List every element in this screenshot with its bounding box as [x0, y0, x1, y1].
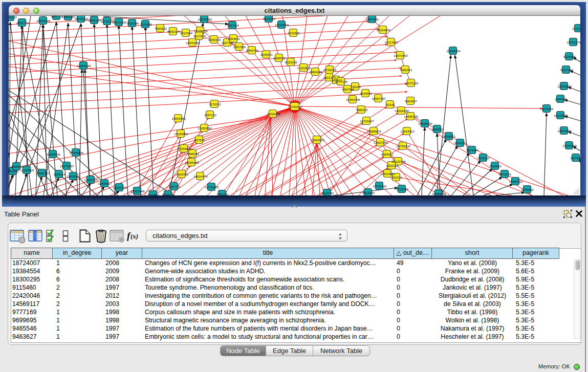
svg-text:12093822: 12093822	[557, 84, 572, 88]
svg-text:14495758: 14495758	[404, 115, 418, 118]
svg-text:1170012: 1170012	[209, 102, 221, 106]
svg-text:10896955: 10896955	[418, 122, 432, 125]
svg-text:9327508: 9327508	[222, 41, 234, 45]
svg-text:14914479: 14914479	[193, 174, 208, 178]
svg-text:14136141: 14136141	[373, 184, 387, 188]
svg-text:18756928: 18756928	[396, 144, 410, 148]
svg-text:1588520: 1588520	[273, 56, 286, 60]
svg-text:3624554: 3624554	[360, 92, 373, 95]
svg-text:12942757: 12942757	[35, 171, 50, 175]
svg-text:7986322: 7986322	[356, 108, 368, 112]
svg-text:7781231: 7781231	[216, 192, 229, 195]
svg-text:391540: 391540	[9, 169, 19, 173]
svg-text:9227342: 9227342	[560, 68, 573, 72]
svg-text:1332501: 1332501	[288, 31, 300, 35]
svg-text:19166852: 19166852	[174, 132, 188, 136]
svg-text:10025438: 10025438	[395, 109, 409, 113]
svg-text:13226058: 13226058	[193, 29, 208, 33]
svg-text:12505115: 12505115	[67, 174, 81, 178]
svg-text:9127509: 9127509	[193, 34, 206, 38]
svg-text:1645061: 1645061	[11, 165, 24, 168]
svg-text:7357224: 7357224	[227, 24, 239, 27]
svg-text:8660124: 8660124	[167, 30, 180, 33]
svg-text:7625402: 7625402	[176, 172, 189, 176]
svg-text:9657791: 9657791	[168, 185, 181, 188]
svg-text:12975115: 12975115	[404, 81, 419, 85]
svg-text:15751074: 15751074	[567, 40, 580, 44]
svg-text:20364436: 20364436	[346, 98, 360, 101]
svg-text:1354622: 1354622	[228, 37, 241, 40]
svg-text:13692971: 13692971	[557, 129, 572, 133]
svg-text:10688609: 10688609	[367, 129, 381, 133]
svg-text:(x): (x)	[130, 232, 138, 240]
svg-text:8912954: 8912954	[180, 31, 193, 35]
svg-text:15720407: 15720407	[360, 119, 374, 123]
svg-text:10973493: 10973493	[394, 54, 408, 57]
svg-text:16648784: 16648784	[446, 49, 461, 53]
svg-text:13807249: 13807249	[374, 141, 388, 144]
svg-text:12213967: 12213967	[384, 40, 399, 44]
svg-text:9463627: 9463627	[405, 99, 418, 103]
svg-text:10654983: 10654983	[171, 117, 186, 120]
svg-text:1167534: 1167534	[570, 156, 580, 160]
svg-text:20206526: 20206526	[46, 152, 60, 156]
svg-text:1605572: 1605572	[9, 16, 17, 19]
svg-text:2933114: 2933114	[477, 156, 490, 160]
svg-text:16671355: 16671355	[112, 20, 126, 24]
svg-text:746266: 746266	[351, 85, 361, 89]
svg-text:9245652: 9245652	[521, 188, 534, 191]
svg-text:7632621: 7632621	[489, 164, 502, 168]
svg-text:8938923: 8938923	[443, 135, 456, 138]
svg-text:2687842: 2687842	[366, 17, 379, 21]
svg-text:8471676: 8471676	[499, 172, 512, 176]
svg-text:10975857: 10975857	[60, 164, 74, 168]
svg-text:10244501: 10244501	[432, 192, 446, 195]
svg-text:10543382: 10543382	[186, 41, 200, 45]
svg-text:16033809: 16033809	[198, 17, 212, 21]
svg-text:12923448: 12923448	[130, 189, 145, 193]
svg-text:6734028: 6734028	[324, 68, 337, 72]
svg-text:20691406: 20691406	[36, 19, 51, 23]
svg-text:7663822: 7663822	[155, 27, 167, 30]
svg-text:6879197: 6879197	[454, 141, 467, 145]
svg-text:9777169: 9777169	[335, 80, 348, 83]
svg-text:9674444: 9674444	[466, 148, 479, 152]
svg-text:1615132: 1615132	[386, 164, 399, 167]
svg-text:9284774: 9284774	[162, 193, 175, 195]
svg-text:1244415: 1244415	[555, 97, 568, 101]
svg-text:17240007: 17240007	[288, 105, 302, 108]
svg-text:8813054: 8813054	[263, 17, 276, 20]
svg-text:7515546: 7515546	[126, 21, 139, 25]
svg-text:8990448: 8990448	[310, 70, 322, 74]
svg-text:8123776: 8123776	[321, 191, 334, 195]
svg-text:10654112: 10654112	[509, 180, 523, 183]
svg-text:62160: 62160	[386, 103, 395, 106]
svg-text:8322035: 8322035	[285, 60, 298, 64]
svg-text:15276020: 15276020	[74, 17, 89, 20]
svg-text:2367608: 2367608	[233, 45, 246, 49]
svg-text:6466160: 6466160	[89, 18, 101, 22]
svg-text:1145114: 1145114	[53, 172, 66, 176]
svg-text:9146821: 9146821	[260, 53, 273, 56]
svg-text:10607487: 10607487	[372, 97, 386, 100]
svg-text:10958117: 10958117	[98, 182, 112, 185]
svg-text:19218506: 19218506	[275, 23, 289, 27]
svg-text:17359928: 17359928	[69, 151, 83, 155]
svg-text:10653287: 10653287	[61, 16, 76, 18]
svg-text:16210643: 16210643	[554, 114, 568, 117]
svg-text:17957225: 17957225	[84, 178, 98, 182]
svg-text:587832: 587832	[194, 138, 205, 142]
svg-text:13353594: 13353594	[198, 126, 212, 130]
svg-text:19384554: 19384554	[310, 138, 324, 142]
svg-text:252214: 252214	[391, 176, 402, 179]
svg-text:18300295: 18300295	[266, 112, 280, 116]
svg-text:9129906: 9129906	[563, 55, 576, 58]
svg-text:14120746: 14120746	[391, 160, 406, 163]
svg-text:8215958: 8215958	[541, 107, 554, 111]
svg-text:8454749: 8454749	[246, 49, 259, 52]
svg-text:4055724: 4055724	[16, 21, 29, 25]
svg-text:11122334: 11122334	[572, 27, 580, 30]
svg-text:9084067: 9084067	[381, 152, 394, 156]
svg-text:17016504: 17016504	[562, 144, 577, 147]
svg-text:17004676: 17004676	[177, 147, 191, 150]
